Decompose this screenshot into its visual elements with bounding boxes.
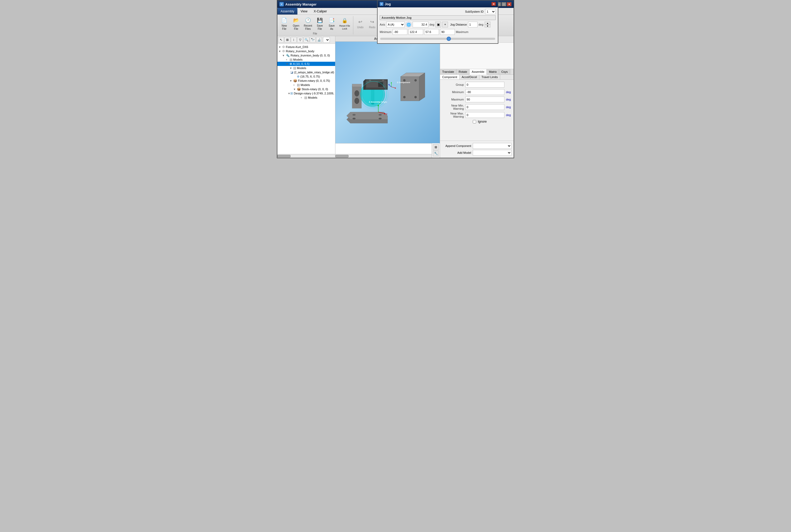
tree-node-rotary-body[interactable]: ▼ 🔩 Rotary_trunnion_body (0, 0, 0) xyxy=(277,53,335,57)
expand-icon6[interactable]: ▼ xyxy=(290,67,293,70)
tab-translate[interactable]: Translate xyxy=(440,69,457,74)
open-file-button[interactable]: 📂 OpenFile xyxy=(290,16,302,32)
tree-node-models2[interactable]: ▼ ▤ Models xyxy=(277,66,335,70)
append-component-label: Append Component xyxy=(442,144,471,148)
tree-node-fixture-kurt[interactable]: ▼ ⚙ Fixture-Kurt_DX6 xyxy=(277,45,335,49)
field-row-maximum: Maximum deg xyxy=(442,97,512,102)
field-input-group[interactable] xyxy=(465,82,504,88)
viewport[interactable]: Y X Z Assembly Origin xyxy=(335,42,440,143)
tree-node-fixture-rotary[interactable]: ▼ 📦 Fixture-rotary (0, 0, 0.75) xyxy=(277,79,335,83)
expand-icon5[interactable]: ▼ xyxy=(286,62,290,65)
node-icon-models: ▤ xyxy=(290,58,292,61)
add-model-select[interactable] xyxy=(473,150,512,156)
right-panel-bottom: Append Component Add Model xyxy=(440,140,514,158)
field-unit-maximum: deg xyxy=(506,98,512,101)
maximize-button[interactable]: □ xyxy=(501,2,506,6)
tree-btn-cursor[interactable]: ↖ xyxy=(278,37,284,43)
svg-rect-19 xyxy=(382,80,384,81)
checkbox-ignore[interactable] xyxy=(473,120,476,124)
tab-csys[interactable]: Csys xyxy=(499,69,510,74)
recent-files-button[interactable]: 🕐 RecentFiles xyxy=(302,16,314,32)
field-input-near-max[interactable] xyxy=(465,112,504,118)
value3-input[interactable] xyxy=(424,29,439,35)
close-button[interactable]: ✕ xyxy=(507,2,512,6)
field-input-near-min[interactable] xyxy=(465,104,504,110)
lock-icon-button[interactable]: ▣ xyxy=(435,22,441,27)
tree-btn-binoculars[interactable]: 🔬 xyxy=(316,37,322,43)
file-group-label: File xyxy=(278,32,352,35)
save-file-button[interactable]: 💾 SaveFile xyxy=(314,16,326,32)
subsystem-select[interactable]: 1 2 xyxy=(485,9,496,14)
node-label10: Models xyxy=(301,83,310,87)
expand-icon3[interactable]: ▼ xyxy=(282,54,286,57)
tree-node-models4[interactable]: + ▤ Models xyxy=(277,95,335,100)
expand-icon13[interactable]: + xyxy=(301,96,304,99)
tab-assemble[interactable]: Assemble xyxy=(469,69,487,75)
expand-icon4[interactable]: + xyxy=(286,58,290,61)
node-label3: Rotary_trunnion_body (0, 0, 0) xyxy=(291,54,330,57)
tree-node-stock[interactable]: ▼ 📦 Stock-rotary (0, 0, 0) xyxy=(277,87,335,91)
node-icon-models2: ▤ xyxy=(293,66,296,70)
increment-up-button[interactable]: ▲ xyxy=(485,22,490,24)
sub-tab-accel[interactable]: Accel/Decel xyxy=(460,75,479,79)
tree-node-models1[interactable]: + ▤ Models xyxy=(277,57,335,62)
globe-icon-button[interactable]: 🌐 xyxy=(406,22,411,27)
tree-node-a[interactable]: ▼ ⊕ A (10, 0, 6.5) xyxy=(277,62,335,66)
expand-icon12[interactable]: ▼ xyxy=(288,92,290,95)
node-label7: (2_setups_table_rotary_bridge.stl) xyxy=(294,71,334,74)
min-label: Minimum xyxy=(380,30,391,34)
jog-close-button[interactable]: ✕ xyxy=(491,2,496,6)
tree-node-models3[interactable]: + ▤ Models xyxy=(277,83,335,87)
increment-down-button[interactable]: ▼ xyxy=(485,24,490,27)
append-component-select[interactable] xyxy=(473,143,512,149)
recent-files-label: RecentFiles xyxy=(304,24,312,31)
menu-item-xcaliper[interactable]: X-Caliper xyxy=(311,8,330,15)
tree-btn-table[interactable]: ⊞ xyxy=(285,37,290,43)
tree-node-stl[interactable]: ▷ ◪ (2_setups_table_rotary_bridge.stl) xyxy=(277,70,335,74)
svg-point-25 xyxy=(414,79,417,81)
tree-btn-search[interactable]: 🔭 xyxy=(310,37,315,43)
value4-input[interactable] xyxy=(440,29,455,35)
tree-filter-select[interactable] xyxy=(323,37,330,43)
min-value-input[interactable] xyxy=(392,29,407,35)
save-as-button[interactable]: 📑 SaveAs xyxy=(326,16,337,32)
sub-tab-component[interactable]: Component xyxy=(440,75,460,79)
svg-line-39 xyxy=(389,85,391,87)
expand-icon10[interactable]: + xyxy=(293,83,297,87)
node-label12: Design-rotary (-9.3749, 2.1009, xyxy=(294,92,334,95)
plus-icon-button[interactable]: + xyxy=(442,22,448,27)
tree-node-rotary-trunnion[interactable]: ▼ ⚙ Rotary_trunnion_body xyxy=(277,49,335,53)
expand-icon9[interactable]: ▼ xyxy=(290,79,293,82)
sub-tab-travel[interactable]: Travel Limits xyxy=(479,75,500,79)
status-icon-2[interactable]: 🔧 xyxy=(433,151,439,156)
expand-icon11[interactable]: ▼ xyxy=(293,88,297,91)
menu-item-assembly[interactable]: Assembly xyxy=(277,8,297,15)
tree-node-design[interactable]: ▼ ⊞ Design-rotary (-9.3749, 2.1009, xyxy=(277,91,335,95)
new-file-button[interactable]: 📄 NewFile xyxy=(278,16,290,32)
tree-btn-filter2[interactable]: 🔍 xyxy=(304,37,309,43)
axis-value-input[interactable] xyxy=(413,22,428,27)
jog-distance-input[interactable] xyxy=(468,22,478,27)
menu-item-view[interactable]: View xyxy=(297,8,311,15)
tab-matrix[interactable]: Matrix xyxy=(487,69,499,74)
jog-slider[interactable] xyxy=(380,38,495,40)
expand-icon[interactable]: ▼ xyxy=(278,50,282,53)
tree-btn-filter[interactable]: ▽ xyxy=(297,37,303,43)
axis-label: Axis xyxy=(380,23,385,26)
field-input-maximum[interactable] xyxy=(465,97,504,102)
tree-node-coord[interactable]: ▷ ⊕ (16.75, 6, 0.75) xyxy=(277,74,335,79)
expand-icon[interactable]: ▼ xyxy=(278,45,282,49)
undo-button[interactable]: ↩ Undo xyxy=(355,17,366,30)
bottom-scrollbar[interactable] xyxy=(335,154,431,158)
status-area xyxy=(335,143,431,158)
tab-rotate[interactable]: Rotate xyxy=(457,69,469,74)
horizontal-scrollbar[interactable] xyxy=(277,154,335,158)
status-icon-1[interactable]: ⊞ xyxy=(433,144,439,150)
reset-file-lock-button[interactable]: 🔒 Reset FileLock xyxy=(338,16,352,32)
value2-input[interactable] xyxy=(408,29,423,35)
tree-btn-hierarchy[interactable]: ⫶ xyxy=(291,37,296,43)
axis-select[interactable]: A (A) B (B) C (C) xyxy=(386,22,405,27)
field-input-minimum[interactable] xyxy=(465,89,504,95)
redo-button[interactable]: ↪ Redo xyxy=(366,17,378,30)
node-label8: (16.75, 6, 0.75) xyxy=(300,75,320,78)
